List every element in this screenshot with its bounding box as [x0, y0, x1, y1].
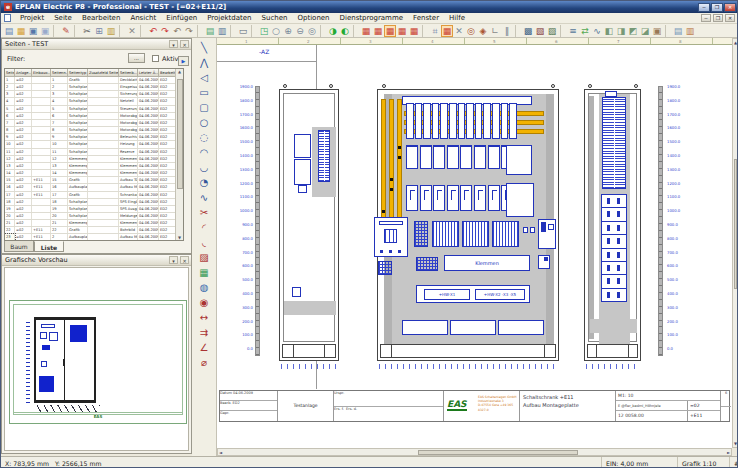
- preview-dropdown-icon[interactable]: ▾: [169, 256, 178, 264]
- sector-icon[interactable]: ◔: [196, 175, 212, 190]
- table-row[interactable]: 9=029SchaltplanBeleuchtung04.06.2009ED2: [5, 134, 183, 141]
- table-row[interactable]: 7=027SchaltplanMotorabgang 204.06.2009ED…: [5, 120, 183, 127]
- redo-list-icon[interactable]: ↷: [183, 25, 195, 37]
- menu-item-seite[interactable]: Seite: [49, 14, 77, 22]
- graphical-preview-icon[interactable]: ◳: [258, 25, 270, 37]
- menu-item-optionen[interactable]: Optionen: [292, 14, 334, 22]
- align-top-icon[interactable]: ◧: [603, 25, 615, 37]
- settings-icon[interactable]: ▥: [684, 25, 696, 37]
- menu-item-bearbeiten[interactable]: Bearbeiten: [77, 14, 125, 22]
- table-row[interactable]: 22=02+E1122GrafikBohrbild04.06.2009ED2: [5, 227, 183, 234]
- preview-area[interactable]: EAS: [4, 267, 189, 451]
- horizontal-scrollbar[interactable]: ◄ ►: [217, 448, 732, 456]
- trim-icon[interactable]: ✂: [196, 205, 212, 220]
- save-all-icon[interactable]: ▣: [39, 25, 51, 37]
- edit-image-icon[interactable]: ▣: [651, 25, 663, 37]
- chamfer-icon[interactable]: ◟: [196, 235, 212, 250]
- distribute-icon[interactable]: ◩: [627, 25, 639, 37]
- hatch-icon[interactable]: ▨: [196, 250, 212, 265]
- rounded-rectangle-icon[interactable]: ▢: [196, 100, 212, 115]
- fillet-icon[interactable]: ◜: [196, 220, 212, 235]
- tab-liste[interactable]: Liste: [34, 241, 64, 252]
- linear-dimension-icon[interactable]: ↔: [196, 310, 212, 325]
- pages-table[interactable]: SeiteAnlage...Einbauo...Seitenn...Seiten…: [4, 68, 184, 241]
- menu-item-fenster[interactable]: Fenster: [408, 14, 444, 22]
- table-row[interactable]: 8=028SchaltplanMotorabgang 304.06.2009ED…: [5, 127, 183, 134]
- symbol-select-icon[interactable]: ▩: [522, 25, 534, 37]
- snap-025mm-icon[interactable]: ▦: [408, 25, 420, 37]
- delete-icon[interactable]: ✕: [126, 25, 138, 37]
- polygon-icon[interactable]: ◁: [196, 70, 212, 85]
- snap-off-icon[interactable]: ✕: [453, 25, 465, 37]
- redo-icon[interactable]: ↷: [159, 25, 171, 37]
- paste-icon[interactable]: ▥: [105, 25, 117, 37]
- circle-icon[interactable]: ○: [196, 115, 212, 130]
- snap-1mm-icon[interactable]: ▦: [384, 25, 396, 37]
- ortho-mode-icon[interactable]: ∟: [489, 25, 501, 37]
- menu-item-dienstprogramme[interactable]: Dienstprogramme: [335, 14, 408, 22]
- table-row[interactable]: 19=0219SchaltplanSPS Ausgänge04.06.2009E…: [5, 206, 183, 213]
- cut-icon[interactable]: ✂: [81, 25, 93, 37]
- menu-item-projekt[interactable]: Projekt: [15, 14, 49, 22]
- undo-icon[interactable]: ↶: [147, 25, 159, 37]
- table-row[interactable]: 11=0211SchaltplanReserve04.06.2009ED2: [5, 149, 183, 156]
- insert-image-icon[interactable]: ▦: [196, 265, 212, 280]
- copy-icon[interactable]: ⊞: [93, 25, 105, 37]
- column-header[interactable]: Seitentyp: [68, 69, 88, 76]
- tab-baum[interactable]: Baum: [4, 241, 34, 252]
- arc-3-points-icon[interactable]: ◡: [196, 160, 212, 175]
- vertical-scrollbar[interactable]: ▲ ▼: [732, 38, 738, 448]
- zoom-window-icon[interactable]: ○: [270, 25, 282, 37]
- pages-table-scrollbar[interactable]: ▲▼: [175, 69, 183, 240]
- table-row[interactable]: 12=0212KlemmenplanKlemmenleiste X104.06.…: [5, 156, 183, 163]
- snap-2mm-icon[interactable]: ▦: [372, 25, 384, 37]
- preview-close-icon[interactable]: ✕: [180, 256, 189, 264]
- save-icon[interactable]: ▣: [27, 25, 39, 37]
- column-header[interactable]: Letzter Ä...: [138, 69, 159, 76]
- table-row[interactable]: 3=023SchaltplanSicherungen04.06.2009ED2: [5, 91, 183, 98]
- menu-item-projektdaten[interactable]: Projektdaten: [202, 14, 256, 22]
- table-row[interactable]: 6=026SchaltplanMotorabgang 104.06.2009ED…: [5, 113, 183, 120]
- previous-page-icon[interactable]: ◑: [327, 25, 339, 37]
- update-connections-icon[interactable]: ⇄: [579, 25, 591, 37]
- new-icon[interactable]: ▤: [3, 25, 15, 37]
- mdi-close-icon[interactable]: ✕: [725, 14, 735, 22]
- align-bottom-icon[interactable]: ◨: [615, 25, 627, 37]
- menu-item-ansicht[interactable]: Ansicht: [125, 14, 161, 22]
- column-header[interactable]: Seitenb...: [119, 69, 138, 76]
- properties-pen-icon[interactable]: ✎: [60, 25, 72, 37]
- snap-4mm-icon[interactable]: ▦: [360, 25, 372, 37]
- mdi-minimize-icon[interactable]: ─: [701, 14, 711, 22]
- snap-05mm-icon[interactable]: ▦: [396, 25, 408, 37]
- zoom-out-icon[interactable]: ⊖: [294, 25, 306, 37]
- table-row[interactable]: 20=0220SchaltplanMeldungen04.06.2009ED2: [5, 213, 183, 220]
- table-row[interactable]: 17=02+E1117GrafikSchrankansicht04.06.200…: [5, 192, 183, 199]
- polyline-icon[interactable]: ⋀: [196, 55, 212, 70]
- snap-to-grid-icon[interactable]: ▦: [441, 25, 453, 37]
- radius-dimension-icon[interactable]: ⌀: [196, 355, 212, 370]
- spline-icon[interactable]: ∿: [196, 190, 212, 205]
- panel-close-icon[interactable]: ✕: [180, 40, 189, 48]
- workbook-icon[interactable]: ▭: [237, 25, 249, 37]
- maximize-icon[interactable]: ❐: [711, 3, 723, 12]
- move-to-grid-icon[interactable]: ◪: [639, 25, 651, 37]
- minimize-icon[interactable]: ─: [698, 3, 710, 12]
- line-icon[interactable]: ╲: [196, 40, 212, 55]
- table-row[interactable]: 23=02+E112AufbauplanAufbau Montageplatte…: [5, 234, 183, 240]
- panel-dropdown-icon[interactable]: ▾: [169, 40, 178, 48]
- insert-cable-icon[interactable]: ∿: [591, 25, 603, 37]
- table-row[interactable]: 1=021GrafikDeckblatt04.06.2009ED2: [5, 77, 183, 84]
- table-row[interactable]: 18=0218SchaltplanSPS Eingänge04.06.2009E…: [5, 199, 183, 206]
- close-icon[interactable]: ✕: [724, 3, 736, 12]
- layer-properties-icon[interactable]: ▤: [672, 25, 684, 37]
- menu-item-suchen[interactable]: Suchen: [257, 14, 293, 22]
- pages-panel-header[interactable]: Seiten - TEST ▾ ✕: [2, 39, 191, 50]
- circle-3-points-icon[interactable]: ◌: [196, 130, 212, 145]
- page-macro-icon[interactable]: ▤: [204, 25, 216, 37]
- title-bar[interactable]: e EPLAN Electric P8 - Professional - TES…: [1, 1, 738, 13]
- column-header[interactable]: Seitenn...: [51, 69, 68, 76]
- filter-browse-button[interactable]: ...: [128, 53, 145, 63]
- ruler-icon[interactable]: ∥: [501, 25, 513, 37]
- menu-item-einfügen[interactable]: Einfügen: [161, 14, 202, 22]
- hyperlink-icon[interactable]: ◉: [196, 295, 212, 310]
